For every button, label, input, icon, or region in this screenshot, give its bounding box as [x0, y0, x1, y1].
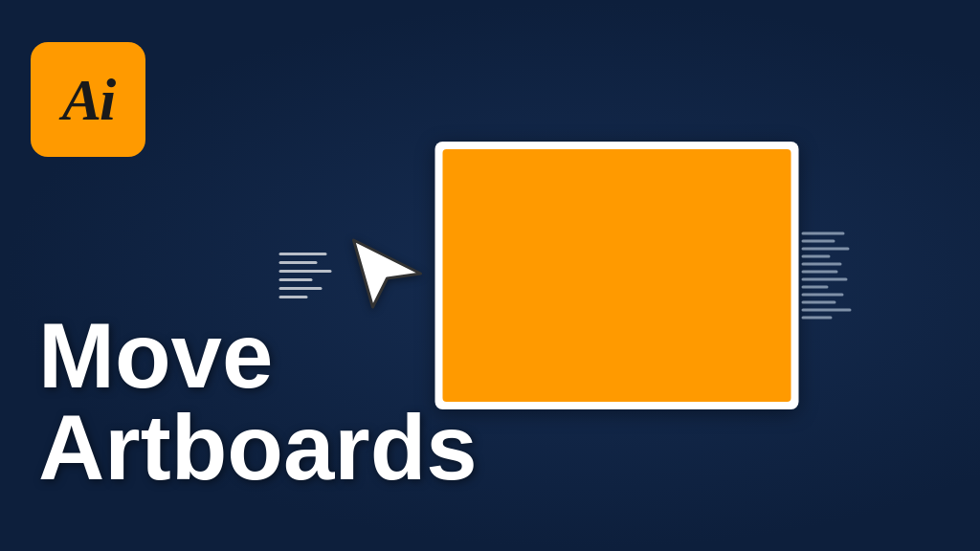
speed-line-right — [802, 278, 848, 281]
ai-logo-text: Ai — [62, 66, 115, 134]
speed-line — [279, 287, 323, 290]
svg-marker-0 — [354, 240, 421, 307]
speed-line — [279, 278, 313, 281]
speed-line — [279, 270, 332, 273]
speed-line-right — [802, 286, 829, 289]
title-line2: Artboards — [38, 402, 478, 494]
speed-line-right — [802, 294, 844, 297]
speed-lines-right — [802, 232, 852, 320]
artboard-inner — [443, 149, 791, 402]
artboard-wrapper — [435, 142, 799, 409]
speed-line-right — [802, 248, 850, 251]
artboard-outer — [435, 142, 799, 409]
ai-logo: Ai — [31, 42, 145, 157]
speed-line — [279, 296, 308, 298]
speed-line-right — [802, 240, 835, 243]
speed-line-right — [802, 263, 842, 266]
speed-line-right — [802, 309, 852, 312]
speed-line-right — [802, 317, 833, 320]
speed-line-right — [802, 271, 838, 274]
speed-lines-left — [279, 253, 332, 298]
speed-line-right — [802, 255, 831, 258]
speed-line — [279, 253, 327, 255]
speed-line — [279, 261, 318, 264]
cursor-arrow-icon — [340, 226, 435, 325]
speed-line-right — [802, 301, 836, 304]
speed-line-right — [802, 232, 845, 235]
cursor-section — [279, 226, 426, 325]
graphic-container — [279, 142, 799, 409]
